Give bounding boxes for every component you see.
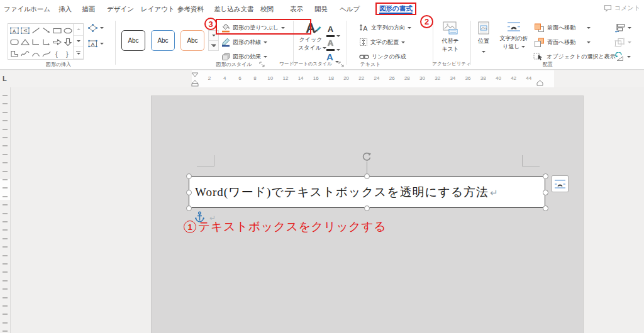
document-page[interactable]	[151, 96, 584, 333]
shape-fill-button[interactable]: 図形の塗りつぶし	[221, 23, 285, 33]
wordart-dialog-launcher-icon[interactable]	[338, 62, 345, 68]
vertical-ruler-tick	[3, 288, 8, 290]
vertical-ruler-tick	[3, 322, 8, 324]
tab-stop-selector[interactable]: L	[3, 75, 7, 82]
vertical-ruler-tick	[3, 213, 8, 214]
scribble-icon[interactable]	[19, 48, 30, 60]
arc-icon[interactable]	[30, 48, 41, 60]
elbow-arrow-icon[interactable]	[41, 36, 52, 48]
text-direction-button[interactable]: A 文字列の方向	[359, 23, 411, 33]
rotate-handle-icon[interactable]	[361, 151, 372, 162]
shape-style-sample-2[interactable]: Abc	[151, 30, 175, 51]
layout-options-button[interactable]	[552, 175, 569, 192]
right-brace-icon[interactable]: }	[63, 48, 74, 60]
shape-styles-scrollbar[interactable]	[208, 30, 219, 51]
ribbon-tab-4[interactable]: 描画	[82, 5, 95, 14]
bring-forward-button[interactable]: 前面へ移動	[534, 23, 591, 33]
ruler-number: 30	[419, 75, 425, 81]
shape-outline-button[interactable]: 図形の枠線	[221, 37, 267, 47]
vertical-ruler[interactable]	[0, 87, 11, 333]
selection-handle[interactable]	[186, 173, 192, 179]
elbow-connector-icon[interactable]	[30, 36, 41, 48]
draw-text-box-button[interactable]: A	[88, 38, 104, 48]
comments-button[interactable]: コメント	[604, 4, 640, 13]
position-button[interactable]: 位置	[474, 21, 493, 57]
selection-handle[interactable]	[364, 205, 370, 211]
vertical-ruler-tick	[3, 314, 8, 315]
gallery-more-icon[interactable]	[74, 47, 83, 59]
triangle-icon[interactable]	[19, 36, 30, 48]
quick-styles-button[interactable]: A クイック スタイル	[298, 21, 323, 52]
ribbon-tab-bar: ファイルホーム挿入描画デザインレイアウト参考資料差し込み文書校閲表示開発ヘルプ図…	[0, 0, 644, 18]
selected-text-box[interactable]: Word(ワード)でテキストボックスを透明にする方法↵	[189, 176, 545, 208]
send-backward-icon	[534, 38, 545, 47]
ribbon-tab-8[interactable]: 差し込み文書	[214, 5, 254, 14]
selection-handle[interactable]	[543, 205, 548, 211]
hanging-indent-marker[interactable]	[191, 80, 199, 87]
curve-icon[interactable]	[41, 48, 52, 60]
paragraph-mark: ↵	[490, 188, 498, 198]
align-objects-button[interactable]	[614, 23, 631, 33]
selection-handle[interactable]	[543, 190, 548, 195]
gallery-scroll-down-icon[interactable]	[74, 36, 83, 48]
ruler-number: 16	[313, 75, 319, 81]
ribbon-tab-7[interactable]: 参考資料	[177, 5, 204, 14]
selection-handle[interactable]	[186, 205, 192, 211]
ribbon-tab-13[interactable]: 図形の書式	[375, 3, 416, 15]
text-box-icon[interactable]: A	[9, 25, 19, 36]
selection-handle[interactable]	[186, 190, 192, 195]
ribbon-tab-5[interactable]: デザイン	[107, 5, 134, 14]
text-outline-button[interactable]: A	[326, 37, 340, 51]
vertical-text-box-icon[interactable]: A	[19, 25, 30, 36]
shape-gallery-scrollbar[interactable]	[73, 24, 83, 59]
alt-text-button[interactable]: 代替テ キスト	[436, 21, 464, 53]
annotation-step1-text: テキストボックスをクリックする	[198, 219, 386, 235]
selection-handle[interactable]	[543, 173, 548, 179]
rectangle-icon[interactable]	[52, 25, 63, 36]
ribbon-tab-3[interactable]: 挿入	[58, 5, 72, 14]
gallery-scroll-up-icon[interactable]	[74, 24, 83, 36]
alt-text-label-2: キスト	[436, 45, 464, 53]
text-fill-icon: A	[326, 23, 335, 37]
shape-effects-button[interactable]: 図形の効果	[221, 52, 267, 62]
text-direction-icon: A	[359, 23, 369, 32]
styles-more-icon[interactable]	[209, 40, 218, 50]
first-line-indent-marker[interactable]	[191, 72, 199, 77]
shape-style-sample-1[interactable]: Abc	[121, 30, 145, 51]
shape-styles-dialog-launcher-icon[interactable]	[259, 62, 265, 68]
create-link-button[interactable]: リンクの作成	[359, 52, 406, 62]
ribbon-tab-9[interactable]: 校閲	[260, 5, 274, 14]
corner-shape-icon[interactable]	[9, 48, 19, 60]
down-block-arrow-icon[interactable]	[63, 36, 74, 48]
send-backward-button[interactable]: 背面へ移動	[534, 37, 591, 47]
ribbon-tab-10[interactable]: 表示	[290, 5, 303, 14]
ruler-number: 42	[511, 75, 516, 81]
layout-options-icon	[554, 179, 566, 189]
arrow-icon[interactable]	[41, 25, 52, 36]
left-brace-icon[interactable]: {	[52, 48, 63, 60]
ribbon-tab-1[interactable]: ファイル	[4, 5, 31, 14]
line-icon[interactable]	[30, 25, 41, 36]
rounded-rectangle-icon[interactable]	[9, 36, 19, 48]
right-block-arrow-icon[interactable]	[52, 36, 63, 48]
selection-handle[interactable]	[364, 173, 370, 179]
ribbon-tab-11[interactable]: 開発	[314, 5, 328, 14]
ribbon-tab-2[interactable]: ホーム	[30, 5, 50, 14]
edit-shape-icon	[88, 24, 97, 32]
selection-pane-button[interactable]: オブジェクトの選択と表示	[533, 52, 616, 62]
edit-shape-button[interactable]	[88, 23, 104, 33]
right-indent-marker[interactable]	[536, 80, 544, 86]
group-label-wordart: ワードアートのスタイル	[268, 61, 343, 67]
styles-scroll-down-icon[interactable]	[209, 31, 218, 40]
oval-icon[interactable]	[63, 25, 74, 36]
ribbon-tab-12[interactable]: ヘルプ	[340, 5, 360, 14]
align-text-button[interactable]: 文字の配置	[359, 37, 405, 47]
horizontal-ruler[interactable]: L 24681012141618202224262830323436384042…	[0, 70, 644, 87]
group-objects-button[interactable]	[614, 37, 631, 47]
ruler-number: 38	[480, 75, 486, 81]
rotate-objects-button[interactable]	[614, 52, 631, 62]
wrap-text-button[interactable]: 文字列の折 り返し	[497, 21, 531, 51]
ribbon-tab-6[interactable]: レイアウト	[141, 5, 175, 14]
shape-style-sample-3[interactable]: Abc	[180, 30, 204, 51]
text-fill-button[interactable]: A	[326, 23, 340, 37]
